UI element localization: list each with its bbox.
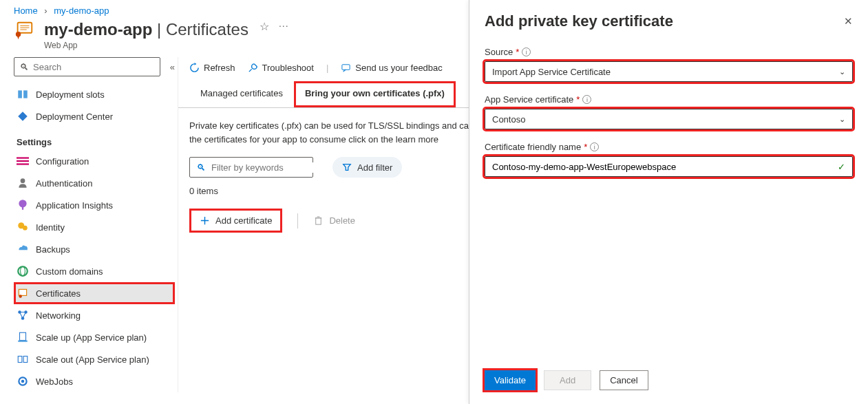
page-title-suffix: | Certificates (152, 20, 248, 39)
more-icon[interactable]: ··· (279, 20, 289, 31)
svg-rect-24 (23, 357, 28, 363)
svg-rect-17 (19, 289, 26, 295)
sidebar-item-networking[interactable]: Networking (14, 304, 175, 326)
star-icon[interactable]: ☆ (260, 20, 269, 33)
info-icon[interactable]: i (522, 47, 531, 56)
page-title-name: my-demo-app (44, 20, 152, 39)
svg-point-18 (19, 295, 22, 298)
sidebar-item-certificates[interactable]: Certificates (14, 282, 175, 304)
friendly-name-input-wrap[interactable]: ✓ (485, 156, 853, 177)
feedback-label: Send us your feedbac (355, 63, 442, 73)
sidebar-item-label: Scale out (App Service plan) (36, 354, 149, 365)
scale-out-icon (17, 353, 29, 365)
sidebar-item-identity[interactable]: Identity (14, 216, 175, 238)
sidebar-item-label: Application Insights (36, 200, 113, 211)
svg-point-11 (19, 200, 26, 207)
sidebar: 🔍︎ « Deployment slots Deployment Center … (0, 57, 175, 392)
svg-rect-12 (22, 206, 23, 210)
sidebar-item-custom-domains[interactable]: Custom domains (14, 260, 175, 282)
chevron-right-icon: › (44, 6, 47, 16)
page-title: my-demo-app | Certificates (44, 20, 248, 39)
plus-icon (200, 215, 210, 226)
close-icon[interactable]: ✕ (844, 15, 853, 28)
search-icon: 🔍︎ (197, 162, 206, 173)
info-icon[interactable]: i (590, 142, 599, 151)
add-filter-label: Add filter (357, 162, 392, 173)
validate-button[interactable]: Validate (485, 370, 536, 390)
sidebar-item-label: WebJobs (36, 376, 73, 387)
svg-rect-8 (17, 160, 29, 162)
chevron-down-icon: ⌄ (839, 115, 845, 124)
collapse-icon[interactable]: « (166, 62, 175, 72)
sidebar-item-label: Identity (36, 222, 65, 233)
search-icon: 🔍︎ (20, 62, 29, 72)
add-certificate-panel: Add private key certificate ✕ Source * i… (469, 0, 868, 392)
breadcrumb-app[interactable]: my-demo-app (54, 6, 109, 16)
sidebar-item-authentication[interactable]: Authentication (14, 172, 175, 194)
sidebar-item-backups[interactable]: Backups (14, 238, 175, 260)
app-service-cert-select[interactable]: Contoso ⌄ (485, 109, 853, 129)
svg-rect-22 (20, 332, 26, 340)
sidebar-item-label: Custom domains (36, 266, 103, 277)
resource-type: Web App (44, 41, 248, 50)
svg-rect-6 (23, 90, 28, 98)
backups-icon (17, 243, 29, 255)
troubleshoot-button[interactable]: Troubleshoot (248, 63, 314, 73)
svg-rect-5 (18, 90, 22, 98)
deployment-slots-icon (17, 88, 29, 100)
svg-rect-28 (316, 218, 321, 224)
friendly-name-input[interactable] (492, 162, 838, 172)
sidebar-item-label: Deployment Center (36, 111, 113, 122)
sidebar-item-deployment-slots[interactable]: Deployment slots (14, 83, 175, 105)
delete-label: Delete (329, 215, 355, 226)
cancel-button[interactable]: Cancel (600, 370, 648, 390)
sidebar-item-application-insights[interactable]: Application Insights (14, 194, 175, 216)
panel-title: Add private key certificate (485, 12, 673, 30)
filter-field[interactable] (211, 162, 327, 173)
refresh-button[interactable]: Refresh (189, 63, 235, 73)
tab-managed[interactable]: Managed certificates (189, 81, 294, 107)
svg-point-26 (21, 380, 25, 383)
sidebar-item-webjobs[interactable]: WebJobs (14, 370, 175, 392)
delete-button[interactable]: Delete (313, 215, 355, 226)
sidebar-item-label: Deployment slots (36, 89, 105, 100)
sidebar-item-configuration[interactable]: Configuration (14, 150, 175, 172)
sidebar-item-scale-out[interactable]: Scale out (App Service plan) (14, 348, 175, 370)
refresh-icon (189, 63, 200, 73)
sidebar-item-scale-up[interactable]: Scale up (App Service plan) (14, 326, 175, 348)
svg-rect-23 (18, 357, 22, 363)
svg-rect-9 (17, 163, 29, 164)
scale-up-icon (17, 331, 29, 343)
filter-icon (342, 162, 352, 172)
breadcrumb-home[interactable]: Home (14, 6, 38, 16)
check-icon: ✓ (838, 162, 845, 172)
sidebar-item-label: Certificates (36, 288, 81, 299)
sidebar-heading-settings: Settings (17, 137, 175, 147)
svg-rect-27 (342, 65, 350, 70)
deployment-center-icon (17, 110, 29, 123)
insights-icon (17, 199, 29, 211)
add-filter-button[interactable]: Add filter (332, 157, 402, 178)
feedback-icon (341, 63, 351, 73)
filter-input[interactable]: 🔍︎ (189, 157, 313, 178)
source-select[interactable]: Import App Service Certificate ⌄ (485, 61, 853, 82)
configuration-icon (17, 155, 29, 167)
feedback-button[interactable]: Send us your feedbac (341, 63, 442, 73)
tab-bring-own[interactable]: Bring your own certificates (.pfx) (294, 81, 456, 107)
add-certificate-label: Add certificate (215, 215, 272, 226)
authentication-icon (17, 177, 29, 189)
add-certificate-button[interactable]: Add certificate (189, 209, 282, 233)
identity-icon (17, 221, 29, 233)
networking-icon (17, 309, 29, 321)
add-button: Add (544, 370, 591, 390)
sidebar-item-deployment-center[interactable]: Deployment Center (14, 105, 175, 127)
info-icon[interactable]: i (582, 95, 591, 104)
certificate-icon (14, 20, 34, 43)
sidebar-search[interactable]: 🔍︎ (14, 57, 160, 76)
sidebar-item-label: Scale up (App Service plan) (36, 332, 147, 343)
sidebar-item-label: Authentication (36, 178, 92, 189)
chevron-down-icon: ⌄ (839, 67, 845, 76)
search-input[interactable] (33, 62, 154, 72)
refresh-label: Refresh (204, 63, 235, 73)
domains-icon (17, 265, 29, 277)
